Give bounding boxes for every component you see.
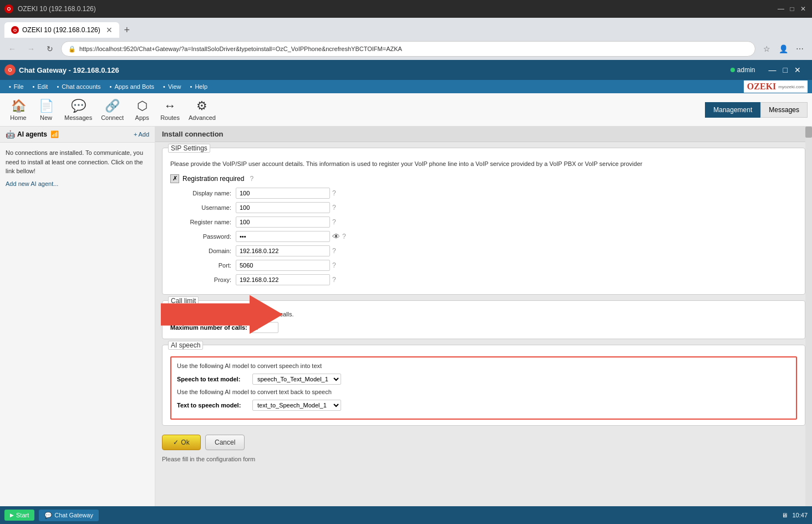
stt-desc: Use the following AI model to convert sp…	[177, 362, 790, 370]
app-icon: O	[4, 64, 16, 75]
sip-description: Please provide the VoIP/SIP user account…	[170, 159, 797, 169]
toolbar-connect[interactable]: 🔗 Connect	[97, 97, 128, 123]
status-time: 10:47	[792, 512, 808, 518]
chat-gateway-icon: 💬	[44, 512, 52, 519]
url-bar[interactable]: 🔒 https://localhost:9520/Chat+Gateway/?a…	[61, 41, 755, 57]
chat-gateway-button[interactable]: 💬 Chat Gateway	[39, 510, 99, 521]
menu-apps-bots[interactable]: Apps and Bots	[105, 82, 159, 92]
menu-btn[interactable]: ⋯	[792, 41, 808, 57]
username-help[interactable]: ?	[332, 204, 336, 211]
start-button[interactable]: Start	[4, 510, 34, 521]
register-name-row: Register name: ?	[170, 216, 797, 228]
password-help[interactable]: ?	[342, 233, 346, 240]
profile-btn[interactable]: 👤	[775, 41, 791, 57]
ok-button[interactable]: ✓ Ok	[162, 435, 201, 450]
content-area: Install connection SIP Settings Please p…	[155, 127, 812, 524]
display-name-help[interactable]: ?	[332, 189, 336, 197]
scrollbar-track[interactable]	[805, 127, 812, 524]
browser-minimize[interactable]: —	[777, 4, 785, 13]
browser-close[interactable]: ✕	[799, 4, 808, 13]
tts-select[interactable]: text_to_Speech_Model_1 text_to_Speech_Mo…	[252, 400, 341, 411]
admin-badge: admin	[730, 66, 755, 74]
menu-view[interactable]: View	[159, 82, 186, 92]
password-input[interactable]	[236, 231, 330, 242]
domain-help[interactable]: ?	[332, 247, 336, 255]
port-row: Port: ?	[170, 260, 797, 271]
tab-bar: O OZEKI 10 (192.168.0.126) ✕ +	[0, 18, 812, 38]
active-tab[interactable]: O OZEKI 10 (192.168.0.126) ✕	[4, 22, 119, 38]
app-header: O Chat Gateway - 192.168.0.126 admin — □…	[0, 60, 812, 80]
sidebar-header: 🤖 AI agents 📶 + Add	[0, 127, 155, 143]
port-help[interactable]: ?	[332, 261, 336, 269]
toolbar-advanced-label: Advanced	[189, 114, 216, 121]
username-row: Username: ?	[170, 202, 797, 213]
tab-messages[interactable]: Messages	[760, 102, 808, 118]
tts-desc: Use the following AI model to convert te…	[177, 388, 790, 396]
browser-maximize[interactable]: □	[788, 4, 796, 13]
address-bar: ← → ↻ 🔒 https://localhost:9520/Chat+Gate…	[0, 38, 812, 60]
register-name-input[interactable]	[236, 216, 330, 228]
bottom-form-msg: Please fill in the configuration form	[162, 454, 805, 465]
sidebar-add-link[interactable]: + Add	[134, 131, 149, 138]
menu-edit[interactable]: Edit	[28, 82, 53, 92]
menu-chat-accounts[interactable]: Chat accounts	[52, 82, 105, 92]
management-tabs: Management Messages	[705, 102, 808, 118]
port-input[interactable]	[236, 260, 330, 271]
tab-favicon: O	[11, 26, 19, 34]
stt-select[interactable]: speech_To_Text_Model_1 speech_To_Text_Mo…	[252, 374, 341, 385]
username-input[interactable]	[236, 202, 330, 213]
plus-icon: +	[134, 131, 137, 138]
screen-icon: 🖥	[781, 512, 788, 518]
password-eye-icon[interactable]: 👁	[332, 232, 340, 241]
toolbar-new-label: New	[40, 114, 52, 121]
toolbar-routes[interactable]: ↔ Routes	[156, 97, 184, 123]
app-minimize[interactable]: —	[767, 64, 779, 75]
status-right: 🖥 10:47	[781, 512, 808, 518]
menu-file[interactable]: File	[4, 82, 28, 92]
toolbar-advanced[interactable]: ⚙ Advanced	[184, 97, 220, 123]
ai-speech-section: AI speech Use the following AI model to …	[162, 345, 805, 426]
action-buttons-row: ✓ Ok Cancel	[162, 431, 805, 454]
advanced-icon: ⚙	[196, 99, 207, 113]
signal-icon: 📶	[50, 130, 59, 138]
register-name-help[interactable]: ?	[332, 218, 336, 226]
display-name-input[interactable]	[236, 188, 330, 199]
toolbar: 🏠 Home 📄 New 💬 Messages 🔗 Connect ⬡ Apps…	[0, 93, 812, 127]
display-name-row: Display name: ?	[170, 188, 797, 199]
proxy-help[interactable]: ?	[332, 276, 336, 284]
password-row: Password: 👁 ?	[170, 231, 797, 242]
start-label: Start	[16, 512, 29, 518]
reload-btn[interactable]: ↻	[42, 41, 58, 57]
new-tab-btn[interactable]: +	[119, 22, 135, 38]
install-conn-header: Install connection	[155, 127, 812, 142]
sidebar: 🤖 AI agents 📶 + Add No connections are i…	[0, 127, 155, 524]
toolbar-messages[interactable]: 💬 Messages	[60, 97, 97, 123]
tab-close-btn[interactable]: ✕	[106, 26, 113, 34]
forward-btn[interactable]: →	[23, 41, 39, 57]
scrollbar-thumb[interactable]	[805, 127, 812, 138]
proxy-input[interactable]	[236, 274, 330, 285]
reg-checkbox[interactable]: ✗	[170, 174, 179, 183]
svg-marker-0	[161, 295, 283, 334]
back-btn[interactable]: ←	[4, 41, 20, 57]
toolbar-new[interactable]: 📄 New	[32, 97, 60, 123]
url-text: https://localhost:9520/Chat+Gateway/?a=I…	[79, 46, 402, 52]
ok-icon: ✓	[173, 439, 179, 446]
menu-help[interactable]: Help	[186, 82, 212, 92]
bookmark-btn[interactable]: ☆	[759, 41, 774, 57]
reg-help-icon[interactable]: ?	[250, 175, 253, 183]
toolbar-home[interactable]: 🏠 Home	[4, 97, 32, 123]
toolbar-messages-label: Messages	[64, 114, 92, 121]
status-bar: Start 💬 Chat Gateway 🖥 10:47	[0, 506, 812, 524]
username-label: Username:	[170, 204, 231, 211]
admin-label: admin	[737, 66, 755, 74]
red-arrow-container	[161, 295, 283, 336]
app-maximize[interactable]: □	[781, 64, 790, 75]
app-close[interactable]: ✕	[792, 64, 803, 75]
tab-management[interactable]: Management	[705, 102, 760, 118]
new-icon: 📄	[39, 99, 54, 113]
add-agent-link[interactable]: Add new AI agent...	[6, 180, 149, 187]
domain-input[interactable]	[236, 245, 330, 256]
toolbar-apps[interactable]: ⬡ Apps	[128, 97, 156, 123]
cancel-button[interactable]: Cancel	[205, 435, 245, 450]
